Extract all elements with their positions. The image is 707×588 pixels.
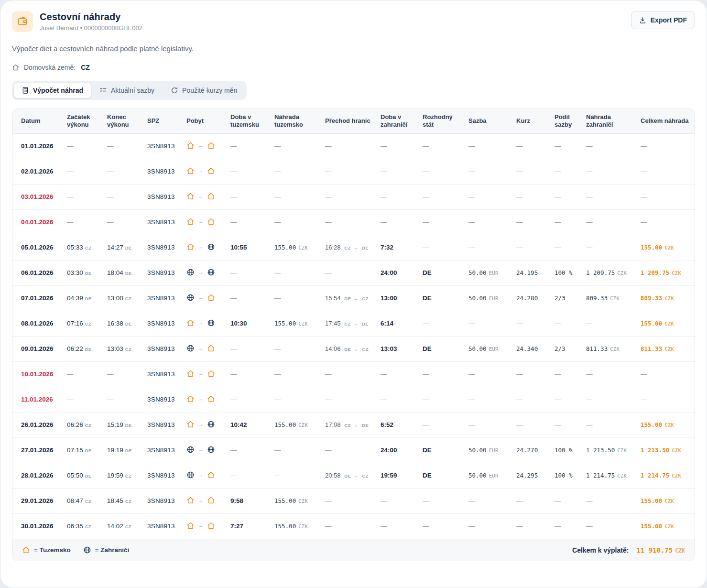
cell-border-crossing: 14:06 DE → CZ (321, 336, 377, 361)
column-header: Přechod hranic (321, 109, 377, 133)
globe-icon (207, 446, 215, 454)
empty-value: — (586, 142, 593, 150)
empty-value: — (423, 142, 429, 150)
amount: 1 213.50CZK (641, 446, 681, 454)
stay-icons: → (186, 319, 215, 327)
arrow-icon: → (198, 269, 204, 275)
empty-value: — (586, 370, 593, 378)
cell-domestic-duration: — (227, 260, 271, 285)
legend: = Tuzemsko = Zahraničí (22, 546, 129, 554)
duration-value: 19:59 (381, 472, 397, 479)
date-value: 04.01.2026 (21, 218, 54, 226)
license-plate: 3SN8913 (147, 269, 175, 276)
empty-value: — (516, 218, 523, 226)
cell-border-crossing: — (321, 437, 377, 463)
table-row: 10.01.2026——3SN8913→—————————— (12, 361, 695, 387)
cell-domestic-duration: 10:30 (227, 311, 271, 336)
cell-date: 01.01.2026 (12, 133, 63, 159)
stay-icons: → (186, 294, 215, 302)
date-value: 28.01.2026 (21, 472, 54, 479)
cell-exchange-rate: 24.295 (512, 463, 551, 488)
empty-value: — (325, 446, 332, 454)
empty-value: — (516, 244, 523, 251)
cell-border-crossing: 15:54 DE → CZ (321, 285, 377, 311)
arrow-icon: → (198, 218, 204, 225)
time-value: 06:35CZ (67, 523, 91, 530)
cell-abroad-compensation: — (582, 184, 637, 209)
arrow-icon: → (198, 370, 204, 377)
cell-domestic-compensation: — (271, 336, 321, 361)
cell-domestic-duration: — (227, 133, 271, 159)
empty-value: — (381, 142, 387, 150)
cell-start-time: — (63, 159, 103, 184)
globe-icon (186, 268, 195, 276)
table-header-row: DatumZačátek výkonuKonec výkonuSPZPobytD… (12, 109, 695, 133)
empty-value: — (67, 193, 74, 200)
cell-date: 07.01.2026 (12, 285, 63, 311)
date-value: 07.01.2026 (21, 294, 54, 302)
share-value: 2/3 (555, 345, 566, 352)
cell-domestic-duration: — (227, 285, 271, 311)
column-header: Kurz (512, 109, 551, 133)
empty-value: — (381, 396, 387, 403)
empty-value: — (230, 168, 237, 175)
cell-end-time: — (103, 387, 143, 412)
time-value: 14:02CZ (107, 523, 131, 530)
cell-rate-share: 100 % (551, 260, 582, 285)
amount: 50.00EUR (468, 446, 499, 454)
cell-exchange-rate: — (512, 412, 551, 437)
duration-value: 24:00 (381, 446, 397, 454)
cell-start-time: 07:16CZ (63, 311, 103, 336)
cell-start-time: 08:47CZ (63, 488, 103, 513)
empty-value: — (555, 421, 561, 428)
globe-icon (186, 344, 195, 352)
empty-value: — (423, 193, 429, 200)
table-row: 28.01.202605:50DE19:59CZ3SN8913→——20:58 … (12, 463, 695, 488)
cell-decisive-state: DE (419, 260, 465, 285)
stay-icons: → (186, 268, 215, 276)
cell-spz: 3SN8913 (143, 336, 183, 361)
cell-domestic-duration: — (227, 209, 271, 235)
cell-stay: → (183, 184, 227, 209)
cell-total-compensation: — (637, 209, 695, 235)
cell-start-time: — (63, 387, 103, 412)
cell-total-compensation: 155.00CZK (637, 311, 695, 336)
cell-end-time: 16:38DE (103, 311, 143, 336)
cell-date: 02.01.2026 (12, 159, 63, 184)
tab-aktualni-sazby[interactable]: Aktuální sazby (92, 83, 162, 98)
cell-border-crossing: 20:58 DE → CZ (321, 463, 377, 488)
tab-label: Výpočet náhrad (33, 87, 83, 94)
empty-value: — (516, 193, 523, 200)
cell-end-time: 18:04DE (103, 260, 143, 285)
empty-value: — (641, 370, 647, 378)
empty-value: — (516, 497, 523, 504)
cell-abroad-compensation: 1 213.50CZK (582, 437, 637, 463)
cell-border-crossing: — (321, 184, 377, 209)
export-pdf-button[interactable]: Export PDF (631, 11, 695, 29)
stay-icons: → (186, 218, 215, 226)
empty-value: — (230, 294, 237, 302)
cell-domestic-compensation: 155.00CZK (271, 235, 321, 260)
license-plate: 3SN8913 (147, 193, 175, 200)
time-value: 13:03CZ (107, 345, 131, 352)
empty-value: — (468, 244, 475, 251)
empty-value: — (641, 168, 647, 175)
amount: 155.00CZK (641, 497, 674, 504)
empty-value: — (325, 218, 332, 226)
duration-value: 7:27 (230, 523, 243, 530)
cell-end-time: 19:19DE (103, 437, 143, 463)
cell-exchange-rate: — (512, 311, 551, 336)
column-header: SPZ (143, 109, 183, 133)
cell-rate-share: — (551, 488, 582, 513)
empty-value: — (67, 396, 74, 403)
license-plate: 3SN8913 (147, 218, 175, 226)
cell-abroad-compensation: — (582, 133, 637, 159)
exchange-rate-value: 24.270 (516, 446, 538, 454)
cell-rate-share: 2/3 (551, 285, 582, 311)
empty-value: — (586, 168, 593, 175)
empty-value: — (586, 421, 593, 428)
cell-date: 03.01.2026 (12, 184, 63, 209)
empty-value: — (381, 497, 387, 504)
tab-pouzite-kurzy[interactable]: Použité kurzy měn (163, 83, 245, 98)
tab-vypocet-nahrad[interactable]: Výpočet náhrad (14, 83, 91, 98)
